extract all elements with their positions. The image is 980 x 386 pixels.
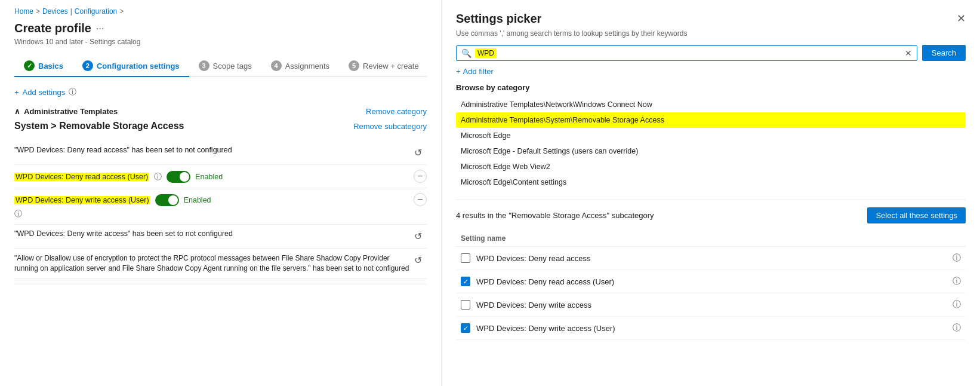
setting-item-4: "WPD Devices: Deny write access" has bee…	[14, 225, 427, 249]
tab-review-label: Review + create	[363, 62, 419, 71]
search-row: 🔍 WPD ✕ Search	[456, 45, 966, 61]
page-title: Create profile	[14, 22, 91, 35]
category-title-label: Administrative Templates	[24, 107, 118, 116]
tab-configuration[interactable]: 2 Configuration settings	[73, 56, 189, 77]
checkbox-1[interactable]: ✓	[461, 277, 470, 286]
search-input[interactable]	[500, 48, 901, 57]
reset-icon-4[interactable]: ↺	[409, 229, 427, 243]
select-all-button[interactable]: Select all these settings	[867, 207, 966, 223]
results-count: 4 results in the "Removable Storage Acce…	[456, 211, 654, 220]
setting-item-1: "WPD Devices: Deny read access" has been…	[14, 141, 427, 165]
setting-name-0: WPD Devices: Deny read access	[476, 254, 947, 263]
add-filter-label: Add filter	[463, 67, 494, 76]
setting-item-5: "Allow or Disallow use of encryption to …	[14, 249, 427, 279]
search-clear-icon[interactable]: ✕	[905, 48, 912, 58]
setting-item-3: WPD Devices: Deny write access (User) En…	[14, 188, 427, 225]
setting-info-icon-2[interactable]: ⓘ	[154, 171, 162, 182]
picker-subtitle: Use commas ',' among search terms to loo…	[456, 29, 966, 38]
tab-configuration-badge: 2	[82, 60, 93, 71]
checkbox-check-1: ✓	[463, 278, 469, 286]
left-panel: Home > Devices | Configuration > Create …	[0, 0, 442, 386]
settings-table-header: Setting name	[456, 231, 966, 247]
add-settings-link[interactable]: + Add settings ⓘ	[14, 87, 427, 97]
search-button[interactable]: Search	[922, 45, 966, 61]
setting-name-2: WPD Devices: Deny write access	[476, 301, 947, 310]
tab-scope-badge: 3	[199, 60, 209, 71]
tab-basics-label: Basics	[38, 62, 63, 71]
tab-basics[interactable]: ✓ Basics	[14, 56, 73, 77]
picker-close-button[interactable]: ✕	[957, 12, 966, 25]
tab-scope[interactable]: 3 Scope tags	[189, 56, 261, 77]
setting-label-2: WPD Devices: Deny read access (User)	[14, 173, 149, 181]
settings-table: Setting name WPD Devices: Deny read acce…	[456, 231, 966, 340]
subcategory-title: System > Removable Storage Access	[14, 121, 184, 131]
checkbox-2[interactable]	[461, 300, 470, 310]
remove-category-link[interactable]: Remove category	[366, 107, 427, 116]
tab-review-badge: 5	[349, 60, 359, 71]
add-filter-link[interactable]: + Add filter	[456, 67, 966, 76]
info-icon-2[interactable]: ⓘ	[953, 299, 961, 310]
toggle-3[interactable]	[155, 194, 179, 206]
category-title-row: ∧ Administrative Templates	[14, 107, 118, 116]
checkbox-check-3: ✓	[463, 324, 469, 332]
breadcrumb-home[interactable]: Home	[14, 7, 33, 16]
tab-basics-check: ✓	[24, 60, 35, 71]
settings-row-2: WPD Devices: Deny write access ⓘ	[456, 293, 966, 317]
category-header: ∧ Administrative Templates Remove catego…	[14, 107, 427, 116]
toggle-knob-3	[168, 195, 178, 205]
minus-icon-2[interactable]: −	[414, 170, 427, 183]
tab-assignments[interactable]: 4 Assignments	[261, 56, 339, 77]
setting-info-icon-3[interactable]: ⓘ	[14, 209, 22, 219]
category-list-item-0[interactable]: Administrative Templates\Network\Windows…	[456, 97, 966, 112]
add-settings-icon: +	[14, 88, 19, 97]
reset-icon-1[interactable]: ↺	[409, 146, 427, 160]
search-box: 🔍 WPD ✕	[456, 45, 917, 61]
setting-name-1: WPD Devices: Deny read access (User)	[476, 277, 947, 286]
setting-item-2: WPD Devices: Deny read access (User) ⓘ E…	[14, 165, 427, 188]
category-collapse-icon[interactable]: ∧	[14, 107, 20, 116]
add-filter-plus-icon: +	[456, 67, 461, 76]
category-list: Administrative Templates\Network\Windows…	[456, 97, 966, 190]
category-list-item-4[interactable]: Microsoft Edge Web View2	[456, 159, 966, 174]
category-list-item-1[interactable]: Administrative Templates\System\Removabl…	[456, 112, 966, 128]
page-title-row: Create profile ···	[14, 22, 427, 35]
breadcrumb-sep-3: >	[119, 7, 124, 16]
add-settings-label: Add settings	[23, 88, 66, 97]
info-icon-3[interactable]: ⓘ	[953, 323, 961, 333]
tab-assignments-badge: 4	[271, 60, 282, 71]
breadcrumb-devices[interactable]: Devices	[42, 7, 68, 16]
settings-row-0: WPD Devices: Deny read access ⓘ	[456, 247, 966, 270]
search-icon: 🔍	[461, 48, 471, 58]
setting-text-1: "WPD Devices: Deny read access" has been…	[14, 146, 409, 154]
checkbox-3[interactable]: ✓	[461, 323, 470, 333]
tab-scope-label: Scope tags	[213, 62, 252, 71]
minus-icon-3[interactable]: −	[414, 193, 427, 206]
picker-title: Settings picker	[456, 12, 541, 26]
category-list-item-2[interactable]: Microsoft Edge	[456, 128, 966, 143]
info-icon-0[interactable]: ⓘ	[953, 253, 961, 264]
checkbox-0[interactable]	[461, 253, 470, 263]
picker-header: Settings picker ✕	[456, 12, 966, 26]
breadcrumb-configuration[interactable]: Configuration	[75, 7, 117, 16]
setting-row-3: WPD Devices: Deny write access (User) En…	[14, 194, 211, 206]
settings-picker-panel: Settings picker ✕ Use commas ',' among s…	[442, 0, 980, 386]
settings-row-1: ✓ WPD Devices: Deny read access (User) ⓘ	[456, 270, 966, 293]
more-options-icon[interactable]: ···	[96, 23, 104, 34]
tabs-bar: ✓ Basics 2 Configuration settings 3 Scop…	[14, 56, 427, 77]
setting-text-4: "WPD Devices: Deny write access" has bee…	[14, 229, 409, 238]
category-list-item-3[interactable]: Microsoft Edge - Default Settings (users…	[456, 143, 966, 159]
setting-name-3: WPD Devices: Deny write access (User)	[476, 324, 947, 333]
tab-configuration-label: Configuration settings	[97, 62, 180, 71]
category-list-item-5[interactable]: Microsoft Edge\Content settings	[456, 174, 966, 190]
tab-review[interactable]: 5 Review + create	[339, 56, 429, 77]
setting-row-2: WPD Devices: Deny read access (User) ⓘ E…	[14, 171, 414, 183]
subcategory-header: System > Removable Storage Access Remove…	[14, 121, 427, 131]
info-icon-1[interactable]: ⓘ	[953, 276, 961, 287]
enabled-label-2: Enabled	[195, 173, 223, 181]
toggle-2[interactable]	[167, 171, 190, 183]
setting-label-3: WPD Devices: Deny write access (User)	[14, 196, 150, 204]
breadcrumb: Home > Devices | Configuration >	[14, 7, 427, 16]
reset-icon-5[interactable]: ↺	[409, 253, 427, 267]
remove-subcategory-link[interactable]: Remove subcategory	[353, 122, 427, 131]
search-tag: WPD	[475, 48, 497, 58]
